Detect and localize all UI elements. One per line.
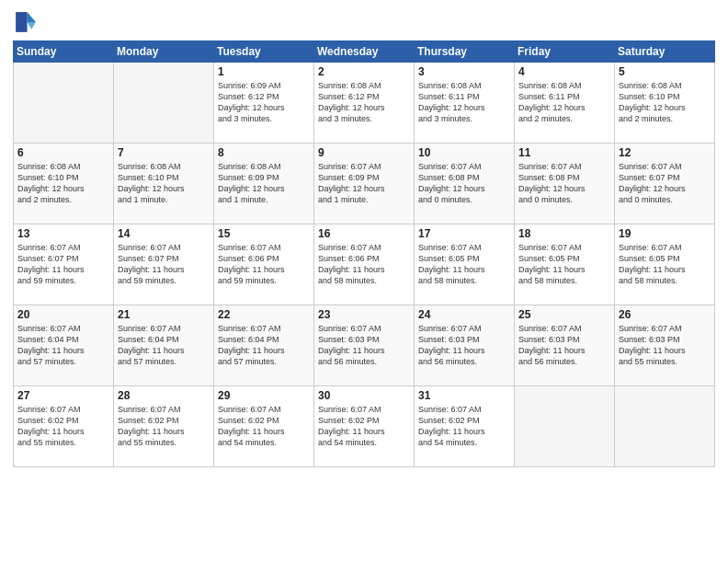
calendar-day-cell: 30Sunrise: 6:07 AM Sunset: 6:02 PM Dayli…	[314, 386, 415, 467]
day-info: Sunrise: 6:07 AM Sunset: 6:08 PM Dayligh…	[418, 161, 510, 206]
calendar-day-cell: 31Sunrise: 6:07 AM Sunset: 6:02 PM Dayli…	[415, 386, 515, 467]
calendar-week-row: 1Sunrise: 6:09 AM Sunset: 6:12 PM Daylig…	[14, 63, 715, 144]
calendar-day-cell: 6Sunrise: 6:08 AM Sunset: 6:10 PM Daylig…	[14, 144, 114, 224]
day-info: Sunrise: 6:08 AM Sunset: 6:10 PM Dayligh…	[17, 161, 109, 206]
day-info: Sunrise: 6:07 AM Sunset: 6:06 PM Dayligh…	[218, 242, 310, 287]
day-number: 25	[518, 308, 610, 321]
weekday-header: Wednesday	[314, 41, 415, 63]
calendar-day-cell	[114, 63, 214, 144]
day-number: 8	[218, 146, 310, 159]
day-info: Sunrise: 6:08 AM Sunset: 6:09 PM Dayligh…	[218, 161, 310, 206]
day-number: 15	[218, 227, 310, 240]
calendar-week-row: 13Sunrise: 6:07 AM Sunset: 6:07 PM Dayli…	[14, 224, 715, 305]
day-info: Sunrise: 6:09 AM Sunset: 6:12 PM Dayligh…	[218, 80, 310, 125]
day-info: Sunrise: 6:07 AM Sunset: 6:03 PM Dayligh…	[619, 323, 711, 368]
day-info: Sunrise: 6:07 AM Sunset: 6:04 PM Dayligh…	[218, 323, 310, 368]
day-number: 19	[619, 227, 711, 240]
day-info: Sunrise: 6:07 AM Sunset: 6:05 PM Dayligh…	[619, 242, 711, 287]
day-number: 13	[17, 227, 109, 240]
calendar-day-cell: 21Sunrise: 6:07 AM Sunset: 6:04 PM Dayli…	[114, 305, 214, 386]
day-number: 31	[418, 389, 510, 402]
day-info: Sunrise: 6:07 AM Sunset: 6:02 PM Dayligh…	[17, 404, 109, 449]
day-number: 4	[518, 65, 610, 78]
calendar-day-cell: 5Sunrise: 6:08 AM Sunset: 6:10 PM Daylig…	[615, 63, 715, 144]
calendar-day-cell: 13Sunrise: 6:07 AM Sunset: 6:07 PM Dayli…	[14, 224, 114, 305]
calendar-day-cell: 12Sunrise: 6:07 AM Sunset: 6:07 PM Dayli…	[615, 144, 715, 224]
day-number: 30	[318, 389, 410, 402]
calendar-day-cell: 3Sunrise: 6:08 AM Sunset: 6:11 PM Daylig…	[415, 63, 515, 144]
day-info: Sunrise: 6:07 AM Sunset: 6:03 PM Dayligh…	[318, 323, 410, 368]
day-number: 26	[619, 308, 711, 321]
day-number: 28	[118, 389, 210, 402]
weekday-header: Sunday	[14, 41, 114, 63]
day-number: 24	[418, 308, 510, 321]
logo-icon	[13, 9, 39, 35]
day-info: Sunrise: 6:07 AM Sunset: 6:05 PM Dayligh…	[418, 242, 510, 287]
calendar-day-cell: 16Sunrise: 6:07 AM Sunset: 6:06 PM Dayli…	[314, 224, 415, 305]
day-number: 3	[418, 65, 510, 78]
calendar-day-cell: 4Sunrise: 6:08 AM Sunset: 6:11 PM Daylig…	[515, 63, 615, 144]
calendar-week-row: 27Sunrise: 6:07 AM Sunset: 6:02 PM Dayli…	[14, 386, 715, 467]
day-info: Sunrise: 6:07 AM Sunset: 6:03 PM Dayligh…	[418, 323, 510, 368]
day-number: 21	[118, 308, 210, 321]
calendar-day-cell: 18Sunrise: 6:07 AM Sunset: 6:05 PM Dayli…	[515, 224, 615, 305]
day-number: 9	[318, 146, 410, 159]
calendar-day-cell: 11Sunrise: 6:07 AM Sunset: 6:08 PM Dayli…	[515, 144, 615, 224]
weekday-header: Tuesday	[214, 41, 314, 63]
weekday-header: Thursday	[415, 41, 515, 63]
day-number: 20	[17, 308, 109, 321]
day-number: 1	[218, 65, 310, 78]
day-info: Sunrise: 6:07 AM Sunset: 6:03 PM Dayligh…	[518, 323, 610, 368]
svg-marker-0	[28, 12, 36, 22]
calendar-day-cell: 24Sunrise: 6:07 AM Sunset: 6:03 PM Dayli…	[415, 305, 515, 386]
calendar-day-cell: 19Sunrise: 6:07 AM Sunset: 6:05 PM Dayli…	[615, 224, 715, 305]
day-number: 7	[118, 146, 210, 159]
calendar-day-cell: 28Sunrise: 6:07 AM Sunset: 6:02 PM Dayli…	[114, 386, 214, 467]
weekday-header: Friday	[515, 41, 615, 63]
day-info: Sunrise: 6:07 AM Sunset: 6:09 PM Dayligh…	[318, 161, 410, 206]
day-info: Sunrise: 6:07 AM Sunset: 6:04 PM Dayligh…	[17, 323, 109, 368]
day-info: Sunrise: 6:07 AM Sunset: 6:02 PM Dayligh…	[318, 404, 410, 449]
calendar-day-cell: 1Sunrise: 6:09 AM Sunset: 6:12 PM Daylig…	[214, 63, 314, 144]
weekday-header: Saturday	[615, 41, 715, 63]
day-info: Sunrise: 6:07 AM Sunset: 6:05 PM Dayligh…	[518, 242, 610, 287]
logo	[13, 9, 42, 35]
calendar-day-cell: 7Sunrise: 6:08 AM Sunset: 6:10 PM Daylig…	[114, 144, 214, 224]
day-number: 2	[318, 65, 410, 78]
calendar-day-cell: 22Sunrise: 6:07 AM Sunset: 6:04 PM Dayli…	[214, 305, 314, 386]
header	[13, 9, 715, 35]
calendar-table: SundayMondayTuesdayWednesdayThursdayFrid…	[13, 40, 715, 467]
calendar-day-cell: 9Sunrise: 6:07 AM Sunset: 6:09 PM Daylig…	[314, 144, 415, 224]
day-info: Sunrise: 6:07 AM Sunset: 6:07 PM Dayligh…	[17, 242, 109, 287]
day-number: 14	[118, 227, 210, 240]
calendar-week-row: 6Sunrise: 6:08 AM Sunset: 6:10 PM Daylig…	[14, 144, 715, 224]
calendar-day-cell: 29Sunrise: 6:07 AM Sunset: 6:02 PM Dayli…	[214, 386, 314, 467]
day-number: 17	[418, 227, 510, 240]
day-number: 6	[17, 146, 109, 159]
svg-marker-1	[28, 22, 36, 29]
day-info: Sunrise: 6:07 AM Sunset: 6:08 PM Dayligh…	[518, 161, 610, 206]
day-number: 10	[418, 146, 510, 159]
day-info: Sunrise: 6:07 AM Sunset: 6:04 PM Dayligh…	[118, 323, 210, 368]
day-number: 22	[218, 308, 310, 321]
day-info: Sunrise: 6:08 AM Sunset: 6:12 PM Dayligh…	[318, 80, 410, 125]
day-info: Sunrise: 6:07 AM Sunset: 6:02 PM Dayligh…	[218, 404, 310, 449]
calendar-header-row: SundayMondayTuesdayWednesdayThursdayFrid…	[14, 41, 715, 63]
day-info: Sunrise: 6:08 AM Sunset: 6:11 PM Dayligh…	[518, 80, 610, 125]
calendar-day-cell: 20Sunrise: 6:07 AM Sunset: 6:04 PM Dayli…	[14, 305, 114, 386]
calendar-day-cell	[615, 386, 715, 467]
calendar-day-cell: 26Sunrise: 6:07 AM Sunset: 6:03 PM Dayli…	[615, 305, 715, 386]
day-info: Sunrise: 6:07 AM Sunset: 6:07 PM Dayligh…	[118, 242, 210, 287]
day-info: Sunrise: 6:07 AM Sunset: 6:02 PM Dayligh…	[118, 404, 210, 449]
day-info: Sunrise: 6:07 AM Sunset: 6:07 PM Dayligh…	[619, 161, 711, 206]
calendar-day-cell: 25Sunrise: 6:07 AM Sunset: 6:03 PM Dayli…	[515, 305, 615, 386]
day-number: 12	[619, 146, 711, 159]
day-info: Sunrise: 6:07 AM Sunset: 6:06 PM Dayligh…	[318, 242, 410, 287]
day-info: Sunrise: 6:08 AM Sunset: 6:10 PM Dayligh…	[619, 80, 711, 125]
calendar-day-cell: 10Sunrise: 6:07 AM Sunset: 6:08 PM Dayli…	[415, 144, 515, 224]
calendar-day-cell: 2Sunrise: 6:08 AM Sunset: 6:12 PM Daylig…	[314, 63, 415, 144]
calendar-day-cell: 15Sunrise: 6:07 AM Sunset: 6:06 PM Dayli…	[214, 224, 314, 305]
calendar-week-row: 20Sunrise: 6:07 AM Sunset: 6:04 PM Dayli…	[14, 305, 715, 386]
day-number: 29	[218, 389, 310, 402]
day-info: Sunrise: 6:08 AM Sunset: 6:10 PM Dayligh…	[118, 161, 210, 206]
